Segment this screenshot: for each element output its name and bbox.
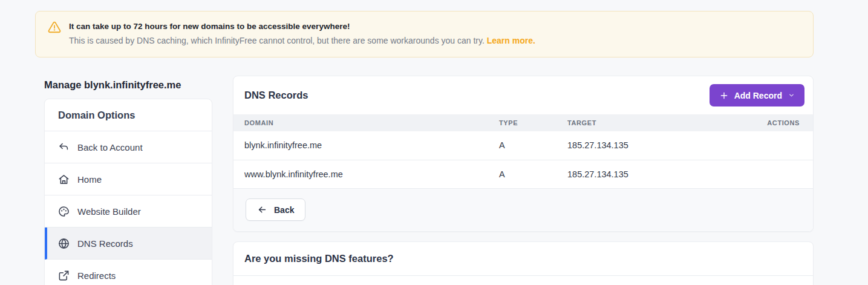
alert-body: This is caused by DNS caching, which Inf…	[69, 36, 535, 45]
table-header-row: DOMAIN TYPE TARGET ACTIONS	[233, 114, 813, 131]
column-header-domain: DOMAIN	[233, 119, 488, 126]
alert-body-text: This is caused by DNS caching, which Inf…	[69, 36, 485, 45]
column-header-target: TARGET	[556, 119, 702, 126]
palette-icon	[58, 206, 70, 217]
alert-title: It can take up to 72 hours for new domai…	[69, 20, 535, 31]
sidebar-item-label: Website Builder	[77, 206, 141, 217]
sidebar-item-back-to-account[interactable]: Back to Account	[45, 131, 212, 163]
sidebar-item-website-builder[interactable]: Website Builder	[45, 195, 212, 228]
plus-icon	[719, 91, 729, 100]
cell-type: A	[488, 169, 556, 179]
back-button-label: Back	[274, 205, 294, 215]
sidebar-item-dns-records[interactable]: DNS Records	[45, 228, 212, 260]
sidebar-item-label: Home	[77, 174, 102, 185]
dns-records-table: DOMAIN TYPE TARGET ACTIONS blynk.infinit…	[233, 114, 813, 189]
return-arrow-icon	[58, 142, 70, 153]
cell-target: 185.27.134.135	[556, 169, 702, 179]
sidebar-item-label: Back to Account	[77, 142, 143, 152]
missing-dns-features-title: Are you missing DNS features?	[233, 242, 813, 276]
globe-icon	[58, 238, 70, 249]
home-icon	[58, 174, 70, 185]
back-button[interactable]: Back	[246, 198, 305, 221]
learn-more-link[interactable]: Learn more.	[487, 36, 535, 45]
missing-dns-features-card: Are you missing DNS features?	[233, 241, 814, 285]
dns-records-title: DNS Records	[244, 90, 308, 101]
warning-triangle-icon	[48, 21, 61, 34]
cell-type: A	[488, 140, 556, 150]
column-header-type: TYPE	[488, 119, 556, 126]
dns-records-card-footer: Back	[233, 189, 813, 232]
cell-target: 185.27.134.135	[556, 140, 702, 150]
table-row: blynk.infinityfree.me A 185.27.134.135	[233, 131, 813, 160]
dns-records-card-header: DNS Records Add Record	[233, 76, 813, 114]
sidebar-item-label: DNS Records	[77, 238, 133, 249]
add-record-label: Add Record	[734, 91, 782, 100]
arrow-left-icon	[257, 205, 267, 215]
sidebar-item-home[interactable]: Home	[45, 163, 212, 195]
domain-options-card: Domain Options Back to Account Home	[44, 99, 212, 285]
column-header-actions: ACTIONS	[702, 119, 813, 126]
cell-domain: www.blynk.infinityfree.me	[233, 169, 488, 179]
alert-text: It can take up to 72 hours for new domai…	[69, 20, 535, 45]
add-record-button[interactable]: Add Record	[710, 84, 804, 106]
table-row: www.blynk.infinityfree.me A 185.27.134.1…	[233, 160, 813, 189]
dns-records-card: DNS Records Add Record DOMAIN TYPE TARGE…	[233, 76, 814, 232]
sidebar-item-redirects[interactable]: Redirects	[45, 260, 212, 285]
dns-propagation-alert: It can take up to 72 hours for new domai…	[35, 11, 814, 57]
external-link-icon	[58, 270, 70, 281]
chevron-down-icon	[788, 92, 795, 99]
manage-domain-title: Manage blynk.infinityfree.me	[44, 79, 181, 91]
domain-options-header: Domain Options	[45, 99, 212, 131]
sidebar-item-label: Redirects	[77, 270, 116, 281]
cell-domain: blynk.infinityfree.me	[233, 140, 488, 150]
